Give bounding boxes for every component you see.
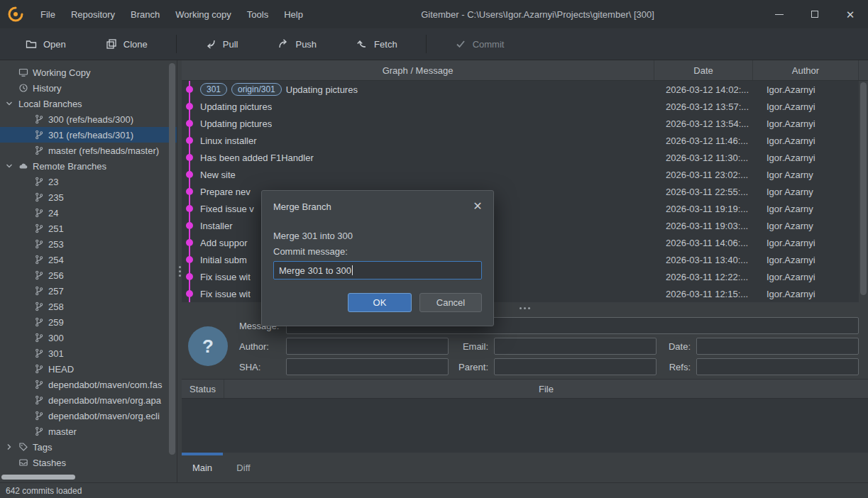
sidebar-item-dependabot-maven-com-fas[interactable]: dependabot/maven/com.fas bbox=[0, 377, 177, 392]
sidebar-item-235[interactable]: 235 bbox=[0, 189, 177, 205]
sidebar-item-256[interactable]: 256 bbox=[0, 267, 177, 283]
sidebar-item-dependabot-maven-org-ecli[interactable]: dependabot/maven/org.ecli bbox=[0, 408, 177, 424]
column-header-status[interactable]: Status bbox=[182, 380, 224, 398]
author-label: Author: bbox=[238, 341, 282, 352]
sidebar-item-24[interactable]: 24 bbox=[0, 205, 177, 221]
sidebar-item-working-copy[interactable]: Working Copy bbox=[0, 65, 177, 80]
sidebar-item-301-refs-heads-301[interactable]: 301 (refs/heads/301) bbox=[0, 127, 177, 143]
sidebar-item-history[interactable]: History bbox=[0, 80, 177, 96]
sidebar-item-remote-branches[interactable]: Remote Branches bbox=[0, 158, 177, 174]
sidebar-item-254[interactable]: 254 bbox=[0, 252, 177, 267]
sidebar-item-label: 257 bbox=[48, 286, 64, 297]
sidebar-item-251[interactable]: 251 bbox=[0, 221, 177, 236]
push-button[interactable]: Push bbox=[266, 33, 328, 55]
commit-date: 2026-03-11 19:03:... bbox=[664, 221, 762, 231]
sidebar-tree: Working CopyHistoryLocal Branches300 (re… bbox=[0, 60, 177, 470]
tab-main[interactable]: Main bbox=[182, 453, 223, 482]
commit-row[interactable]: Updating pictures2026-03-12 13:57:...Igo… bbox=[182, 98, 868, 115]
menu-tools[interactable]: Tools bbox=[239, 9, 276, 20]
toolbar: OpenClonePullPushFetchCommit bbox=[0, 28, 868, 60]
sidebar-horizontal-scrollbar[interactable] bbox=[1, 475, 75, 480]
sidebar-item-local-branches[interactable]: Local Branches bbox=[0, 96, 177, 111]
commit-row[interactable]: Linux installer2026-03-12 11:46:...Igor.… bbox=[182, 132, 868, 149]
commit-table-scrollbar-thumb[interactable] bbox=[860, 82, 867, 295]
sidebar-item-label: Working Copy bbox=[33, 67, 90, 78]
email-field[interactable] bbox=[494, 338, 657, 355]
commit-message: Fix issue wit bbox=[200, 272, 251, 282]
column-header-file[interactable]: File bbox=[224, 380, 868, 398]
menu-branch[interactable]: Branch bbox=[123, 9, 167, 20]
pull-icon bbox=[205, 38, 216, 50]
sidebar-item-stashes[interactable]: Stashes bbox=[0, 455, 177, 470]
date-field[interactable] bbox=[696, 338, 859, 355]
merge-branch-dialog: Merge Branch ✕ Merge 301 into 300 Commit… bbox=[261, 190, 494, 326]
ok-button[interactable]: OK bbox=[348, 293, 412, 312]
commit-date: 2026-03-11 22:55:... bbox=[664, 187, 762, 197]
sidebar-item-dependabot-maven-org-apa[interactable]: dependabot/maven/org.apa bbox=[0, 392, 177, 408]
fetch-icon bbox=[356, 38, 368, 50]
sidebar-item-tags[interactable]: Tags bbox=[0, 439, 177, 455]
sidebar-item-257[interactable]: 257 bbox=[0, 283, 177, 299]
sha-field[interactable] bbox=[286, 358, 449, 375]
tab-diff[interactable]: Diff bbox=[223, 453, 264, 482]
sidebar-item-253[interactable]: 253 bbox=[0, 236, 177, 252]
sidebar-item-label: Stashes bbox=[33, 458, 66, 468]
sidebar-item-259[interactable]: 259 bbox=[0, 314, 177, 330]
column-header-graph-message[interactable]: Graph / Message bbox=[182, 60, 654, 80]
commit-date: 2026-03-12 11:30:... bbox=[664, 153, 762, 163]
dialog-close-icon[interactable]: ✕ bbox=[471, 199, 485, 214]
commit-message-input[interactable]: Merge 301 to 300 bbox=[273, 261, 482, 280]
commit-message-value: Merge 301 to 300 bbox=[279, 265, 351, 276]
maximize-icon bbox=[811, 11, 818, 18]
sidebar-item-300-refs-heads-300[interactable]: 300 (refs/heads/300) bbox=[0, 111, 177, 127]
clone-button[interactable]: Clone bbox=[94, 33, 159, 55]
fetch-button[interactable]: Fetch bbox=[345, 33, 409, 55]
menu-help[interactable]: Help bbox=[276, 9, 311, 20]
commit-message: Fix issue wit bbox=[200, 289, 251, 299]
dialog-title: Merge Branch bbox=[273, 201, 331, 212]
branch-icon bbox=[34, 395, 44, 405]
column-header-author[interactable]: Author bbox=[753, 60, 859, 80]
commit-row[interactable]: New site2026-03-11 23:02:...Igor Azarny bbox=[182, 166, 868, 183]
commit-button[interactable]: Commit bbox=[444, 33, 516, 55]
sidebar-item-master-refs-heads-master[interactable]: master (refs/heads/master) bbox=[0, 143, 177, 158]
menu-file[interactable]: File bbox=[33, 9, 63, 20]
sidebar-item-head[interactable]: HEAD bbox=[0, 361, 177, 377]
menu-repository[interactable]: Repository bbox=[63, 9, 123, 20]
chevron-down-icon bbox=[4, 99, 14, 109]
open-button[interactable]: Open bbox=[14, 33, 77, 55]
branch-icon bbox=[34, 145, 44, 155]
pull-button[interactable]: Pull bbox=[194, 33, 250, 55]
commit-author: Igor.Azarnyi bbox=[762, 101, 868, 112]
column-header-date[interactable]: Date bbox=[654, 60, 753, 80]
sidebar-item-300[interactable]: 300 bbox=[0, 330, 177, 345]
commit-table-scrollbar-track[interactable] bbox=[859, 81, 868, 302]
commit-author: Igor.Azarnyi bbox=[762, 84, 868, 95]
cancel-button[interactable]: Cancel bbox=[419, 293, 482, 312]
commit-graph-dot bbox=[182, 183, 200, 200]
commit-graph-dot bbox=[182, 149, 200, 166]
sidebar-item-label: 254 bbox=[48, 255, 64, 265]
commit-row[interactable]: Has been added F1Handler2026-03-12 11:30… bbox=[182, 149, 868, 166]
sidebar-item-master[interactable]: master bbox=[0, 424, 177, 439]
app-window: FileRepositoryBranchWorking copyToolsHel… bbox=[0, 0, 868, 498]
sidebar-item-label: master bbox=[48, 426, 77, 437]
parent-field[interactable] bbox=[494, 358, 657, 375]
commit-date: 2026-03-12 11:46:... bbox=[664, 135, 762, 146]
toolbar-separator bbox=[426, 35, 427, 53]
sidebar-item-301[interactable]: 301 bbox=[0, 345, 177, 361]
minimize-button[interactable] bbox=[762, 0, 797, 28]
scroll-corner bbox=[859, 60, 868, 80]
close-button[interactable]: ✕ bbox=[833, 0, 868, 28]
maximize-button[interactable] bbox=[797, 0, 833, 28]
sidebar-item-23[interactable]: 23 bbox=[0, 174, 177, 189]
commit-message: Add suppor bbox=[200, 238, 248, 248]
commit-row[interactable]: 301origin/301Updating pictures2026-03-12… bbox=[182, 81, 868, 98]
menu-working-copy[interactable]: Working copy bbox=[167, 9, 239, 20]
refs-field[interactable] bbox=[696, 358, 859, 375]
commit-row[interactable]: Updating pictures2026-03-12 13:54:...Igo… bbox=[182, 115, 868, 132]
sidebar-vertical-scrollbar[interactable] bbox=[169, 63, 175, 455]
author-field[interactable] bbox=[286, 338, 449, 355]
branch-icon bbox=[34, 177, 44, 187]
sidebar-item-258[interactable]: 258 bbox=[0, 299, 177, 314]
